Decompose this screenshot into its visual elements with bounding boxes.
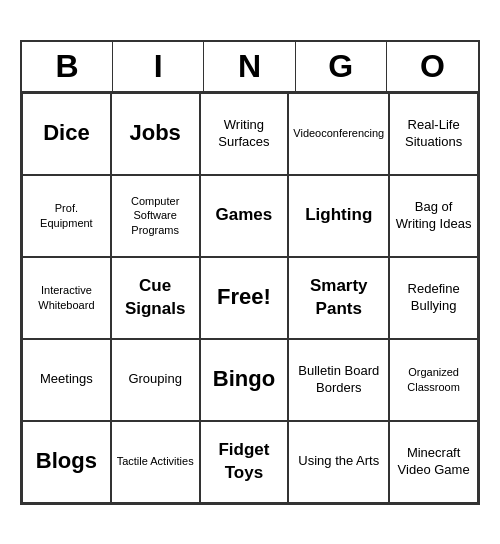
cell-5[interactable]: Prof. Equipment xyxy=(22,175,111,257)
cell-21[interactable]: Tactile Activities xyxy=(111,421,200,503)
cell-8[interactable]: Lighting xyxy=(288,175,389,257)
cell-24[interactable]: Minecraft Video Game xyxy=(389,421,478,503)
cell-4[interactable]: Real-Life Situations xyxy=(389,93,478,175)
cell-19[interactable]: Organized Classroom xyxy=(389,339,478,421)
cell-0[interactable]: Dice xyxy=(22,93,111,175)
cell-2[interactable]: Writing Surfaces xyxy=(200,93,289,175)
bingo-header: B I N G O xyxy=(22,42,478,93)
bingo-card: B I N G O Dice Jobs Writing Surfaces Vid… xyxy=(20,40,480,505)
cell-6[interactable]: Computer Software Programs xyxy=(111,175,200,257)
cell-13[interactable]: Smarty Pants xyxy=(288,257,389,339)
cell-15[interactable]: Meetings xyxy=(22,339,111,421)
cell-16[interactable]: Grouping xyxy=(111,339,200,421)
bingo-grid: Dice Jobs Writing Surfaces Videoconferen… xyxy=(22,93,478,503)
header-g: G xyxy=(296,42,387,91)
cell-10[interactable]: Interactive Whiteboard xyxy=(22,257,111,339)
cell-14[interactable]: Redefine Bullying xyxy=(389,257,478,339)
cell-12-free[interactable]: Free! xyxy=(200,257,289,339)
header-b: B xyxy=(22,42,113,91)
header-n: N xyxy=(204,42,295,91)
cell-7[interactable]: Games xyxy=(200,175,289,257)
cell-17[interactable]: Bingo xyxy=(200,339,289,421)
cell-18[interactable]: Bulletin Board Borders xyxy=(288,339,389,421)
cell-9[interactable]: Bag of Writing Ideas xyxy=(389,175,478,257)
cell-22[interactable]: Fidget Toys xyxy=(200,421,289,503)
cell-1[interactable]: Jobs xyxy=(111,93,200,175)
cell-20[interactable]: Blogs xyxy=(22,421,111,503)
header-o: O xyxy=(387,42,478,91)
cell-11[interactable]: Cue Signals xyxy=(111,257,200,339)
cell-23[interactable]: Using the Arts xyxy=(288,421,389,503)
header-i: I xyxy=(113,42,204,91)
cell-3[interactable]: Videoconferencing xyxy=(288,93,389,175)
